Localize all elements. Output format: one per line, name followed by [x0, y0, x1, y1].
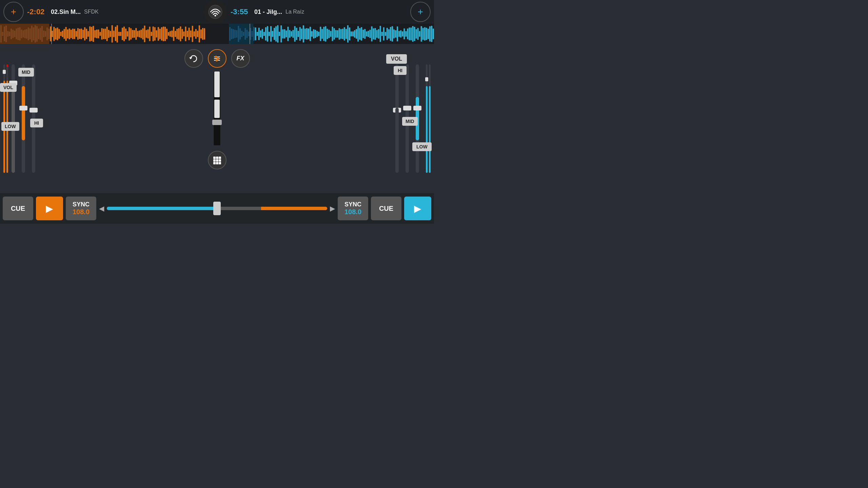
left-sync-label: SYNC [73, 201, 90, 208]
loop-icon [189, 54, 198, 63]
svg-rect-12 [216, 159, 218, 162]
svg-point-1 [215, 15, 216, 17]
crossfader-fill-left [107, 207, 217, 210]
waveform-center [205, 24, 229, 44]
left-waveform-canvas [0, 24, 205, 44]
grid-button[interactable] [208, 151, 226, 169]
left-waveform[interactable] [0, 24, 205, 44]
left-play-button[interactable]: ▶ [36, 197, 63, 220]
center-mixer: FX [176, 44, 258, 193]
center-crossfader-track[interactable] [213, 71, 221, 146]
right-deck-info: -3:55 01 - Jilg... La Raíz [227, 7, 407, 16]
left-deck-controls: VOL LOW [0, 44, 176, 193]
left-track-name: 02.Sin M... [51, 8, 81, 16]
fx-button[interactable]: FX [231, 49, 250, 68]
plus-icon-right: + [418, 6, 423, 17]
loop-button[interactable] [184, 49, 203, 68]
svg-point-5 [215, 56, 217, 58]
right-waveform[interactable] [229, 24, 434, 44]
crossfader-section: ◀ ▶ [99, 204, 335, 212]
right-hi-fader-wrap: HI [395, 64, 399, 173]
left-deck-info: -2:02 02.Sin M... SFDK [27, 7, 203, 16]
right-artist-name: La Raíz [285, 9, 304, 15]
right-mid-fader-wrap: MID [406, 64, 409, 173]
svg-rect-8 [213, 157, 216, 159]
fx-label: FX [236, 55, 244, 62]
left-hi-fader-wrap: HI [32, 64, 35, 173]
right-vol-label: VOL [386, 54, 407, 64]
svg-rect-11 [213, 159, 216, 162]
logo-icon [208, 4, 223, 19]
crossfader-left-arrow: ◀ [99, 204, 104, 212]
left-mid-thumb[interactable] [19, 106, 27, 110]
add-right-button[interactable]: + [410, 2, 431, 22]
bottom-bar: CUE ▶ SYNC 108.0 ◀ ▶ SYNC 108.0 CUE ▶ [0, 193, 434, 224]
left-cue-button[interactable]: CUE [3, 197, 33, 220]
right-sync-label: SYNC [344, 201, 361, 208]
left-vol-label: VOL [0, 83, 17, 92]
right-vol-thumb1[interactable] [425, 77, 428, 81]
svg-rect-9 [216, 157, 218, 159]
top-bar: + -2:02 02.Sin M... SFDK -3:55 01 - Jilg… [0, 0, 434, 24]
mixer-buttons: FX [184, 49, 250, 68]
left-artist-name: SFDK [84, 9, 99, 15]
right-track-name: 01 - Jilg... [254, 8, 282, 16]
left-vol-fader-wrap: VOL [3, 64, 8, 173]
left-time-display: -2:02 [27, 7, 47, 16]
svg-rect-14 [213, 162, 216, 164]
right-mid-label: MID [402, 117, 418, 126]
svg-rect-15 [216, 162, 218, 164]
svg-point-7 [216, 59, 218, 61]
plus-icon: + [11, 6, 16, 17]
right-vol-fader-wrap: VOL [426, 64, 431, 173]
right-play-button[interactable]: ▶ [404, 197, 431, 220]
right-deck-controls: HI MID LOW VOL [258, 44, 434, 193]
add-left-button[interactable]: + [3, 2, 24, 22]
center-fader-thumb[interactable] [212, 120, 222, 125]
waveform-row [0, 24, 434, 44]
mixer-section: VOL LOW [0, 44, 434, 193]
crossfader-fill-right [261, 207, 327, 210]
center-fader-area [208, 71, 226, 193]
right-waveform-canvas [229, 24, 434, 44]
svg-rect-16 [219, 162, 221, 164]
svg-rect-10 [219, 157, 221, 159]
right-low-label: LOW [412, 142, 432, 151]
left-low-label: LOW [1, 122, 19, 131]
left-sync-button[interactable]: SYNC 108.0 [66, 197, 96, 220]
crossfader-track[interactable] [107, 207, 327, 210]
right-sync-button[interactable]: SYNC 108.0 [338, 197, 368, 220]
left-play-icon: ▶ [46, 203, 53, 214]
right-time-display: -3:55 [231, 7, 251, 16]
left-hi-label: HI [30, 119, 43, 127]
left-mid-fader-wrap: MID [22, 64, 25, 173]
right-play-icon: ▶ [414, 203, 421, 214]
app-logo [203, 0, 227, 24]
crossfader-right-arrow: ▶ [330, 204, 335, 212]
right-hi-thumb[interactable] [393, 108, 401, 113]
right-bpm-value: 108.0 [344, 208, 361, 216]
right-cue-button[interactable]: CUE [371, 197, 401, 220]
eq-icon [213, 54, 221, 63]
left-low-fader-wrap: LOW [12, 64, 15, 173]
right-mid-thumb[interactable] [403, 106, 411, 110]
left-bpm-value: 108.0 [73, 208, 90, 216]
right-low-thumb[interactable] [413, 106, 421, 110]
left-mid-label: MID [18, 68, 34, 77]
left-hi-thumb[interactable] [29, 108, 38, 113]
svg-rect-13 [219, 159, 221, 162]
grid-icon [212, 156, 222, 165]
crossfader-thumb[interactable] [213, 202, 221, 215]
left-vol-thumb1[interactable] [3, 70, 6, 74]
right-hi-label: HI [394, 66, 407, 75]
eq-button[interactable] [208, 49, 226, 68]
